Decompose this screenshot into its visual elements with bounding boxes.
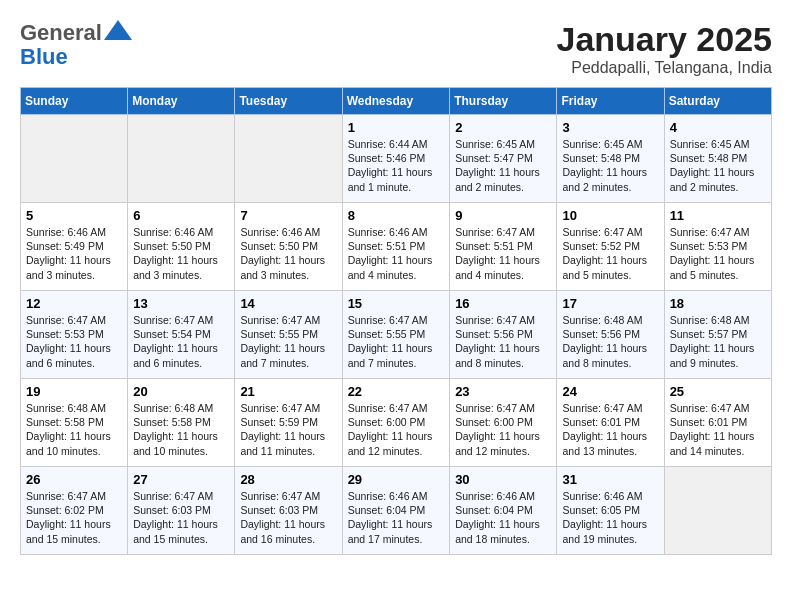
calendar-cell: 18Sunrise: 6:48 AM Sunset: 5:57 PM Dayli… [664, 291, 771, 379]
calendar-cell: 19Sunrise: 6:48 AM Sunset: 5:58 PM Dayli… [21, 379, 128, 467]
day-info: Sunrise: 6:48 AM Sunset: 5:57 PM Dayligh… [670, 313, 766, 370]
day-number: 13 [133, 296, 229, 311]
day-number: 4 [670, 120, 766, 135]
calendar-cell [235, 115, 342, 203]
calendar-week-4: 19Sunrise: 6:48 AM Sunset: 5:58 PM Dayli… [21, 379, 772, 467]
calendar-cell [664, 467, 771, 555]
calendar-cell: 16Sunrise: 6:47 AM Sunset: 5:56 PM Dayli… [450, 291, 557, 379]
calendar-cell: 20Sunrise: 6:48 AM Sunset: 5:58 PM Dayli… [128, 379, 235, 467]
logo: General Blue [20, 20, 132, 69]
day-number: 27 [133, 472, 229, 487]
day-number: 5 [26, 208, 122, 223]
calendar-cell: 15Sunrise: 6:47 AM Sunset: 5:55 PM Dayli… [342, 291, 450, 379]
calendar-week-5: 26Sunrise: 6:47 AM Sunset: 6:02 PM Dayli… [21, 467, 772, 555]
calendar-cell: 30Sunrise: 6:46 AM Sunset: 6:04 PM Dayli… [450, 467, 557, 555]
day-number: 9 [455, 208, 551, 223]
weekday-header-tuesday: Tuesday [235, 88, 342, 115]
day-number: 11 [670, 208, 766, 223]
day-number: 18 [670, 296, 766, 311]
day-info: Sunrise: 6:47 AM Sunset: 6:03 PM Dayligh… [240, 489, 336, 546]
day-info: Sunrise: 6:47 AM Sunset: 6:03 PM Dayligh… [133, 489, 229, 546]
day-number: 29 [348, 472, 445, 487]
day-info: Sunrise: 6:47 AM Sunset: 5:52 PM Dayligh… [562, 225, 658, 282]
calendar-cell: 9Sunrise: 6:47 AM Sunset: 5:51 PM Daylig… [450, 203, 557, 291]
weekday-header-friday: Friday [557, 88, 664, 115]
calendar-cell: 31Sunrise: 6:46 AM Sunset: 6:05 PM Dayli… [557, 467, 664, 555]
day-number: 24 [562, 384, 658, 399]
day-info: Sunrise: 6:48 AM Sunset: 5:56 PM Dayligh… [562, 313, 658, 370]
day-info: Sunrise: 6:47 AM Sunset: 6:02 PM Dayligh… [26, 489, 122, 546]
calendar-cell: 13Sunrise: 6:47 AM Sunset: 5:54 PM Dayli… [128, 291, 235, 379]
calendar-cell: 6Sunrise: 6:46 AM Sunset: 5:50 PM Daylig… [128, 203, 235, 291]
day-number: 23 [455, 384, 551, 399]
day-info: Sunrise: 6:47 AM Sunset: 6:01 PM Dayligh… [562, 401, 658, 458]
calendar-cell [21, 115, 128, 203]
calendar-cell: 21Sunrise: 6:47 AM Sunset: 5:59 PM Dayli… [235, 379, 342, 467]
calendar-cell: 28Sunrise: 6:47 AM Sunset: 6:03 PM Dayli… [235, 467, 342, 555]
day-info: Sunrise: 6:47 AM Sunset: 5:53 PM Dayligh… [26, 313, 122, 370]
weekday-header-thursday: Thursday [450, 88, 557, 115]
day-number: 20 [133, 384, 229, 399]
calendar-cell [128, 115, 235, 203]
day-info: Sunrise: 6:46 AM Sunset: 6:05 PM Dayligh… [562, 489, 658, 546]
day-info: Sunrise: 6:47 AM Sunset: 6:01 PM Dayligh… [670, 401, 766, 458]
calendar-cell: 26Sunrise: 6:47 AM Sunset: 6:02 PM Dayli… [21, 467, 128, 555]
day-number: 2 [455, 120, 551, 135]
calendar-cell: 12Sunrise: 6:47 AM Sunset: 5:53 PM Dayli… [21, 291, 128, 379]
day-info: Sunrise: 6:46 AM Sunset: 5:51 PM Dayligh… [348, 225, 445, 282]
day-info: Sunrise: 6:45 AM Sunset: 5:48 PM Dayligh… [562, 137, 658, 194]
day-number: 14 [240, 296, 336, 311]
calendar-cell: 1Sunrise: 6:44 AM Sunset: 5:46 PM Daylig… [342, 115, 450, 203]
calendar-week-3: 12Sunrise: 6:47 AM Sunset: 5:53 PM Dayli… [21, 291, 772, 379]
title-block: January 2025 Peddapalli, Telangana, Indi… [557, 20, 773, 77]
day-number: 6 [133, 208, 229, 223]
location-subtitle: Peddapalli, Telangana, India [557, 59, 773, 77]
day-info: Sunrise: 6:47 AM Sunset: 5:59 PM Dayligh… [240, 401, 336, 458]
calendar-week-2: 5Sunrise: 6:46 AM Sunset: 5:49 PM Daylig… [21, 203, 772, 291]
day-info: Sunrise: 6:47 AM Sunset: 5:51 PM Dayligh… [455, 225, 551, 282]
day-info: Sunrise: 6:47 AM Sunset: 5:53 PM Dayligh… [670, 225, 766, 282]
day-info: Sunrise: 6:46 AM Sunset: 5:50 PM Dayligh… [240, 225, 336, 282]
weekday-header-sunday: Sunday [21, 88, 128, 115]
day-info: Sunrise: 6:45 AM Sunset: 5:47 PM Dayligh… [455, 137, 551, 194]
day-info: Sunrise: 6:44 AM Sunset: 5:46 PM Dayligh… [348, 137, 445, 194]
calendar-cell: 4Sunrise: 6:45 AM Sunset: 5:48 PM Daylig… [664, 115, 771, 203]
day-info: Sunrise: 6:47 AM Sunset: 6:00 PM Dayligh… [348, 401, 445, 458]
day-number: 17 [562, 296, 658, 311]
day-info: Sunrise: 6:47 AM Sunset: 6:00 PM Dayligh… [455, 401, 551, 458]
day-info: Sunrise: 6:47 AM Sunset: 5:55 PM Dayligh… [348, 313, 445, 370]
day-number: 8 [348, 208, 445, 223]
day-info: Sunrise: 6:47 AM Sunset: 5:56 PM Dayligh… [455, 313, 551, 370]
page-header: General Blue January 2025 Peddapalli, Te… [20, 20, 772, 77]
svg-rect-1 [112, 30, 124, 40]
day-number: 25 [670, 384, 766, 399]
day-info: Sunrise: 6:46 AM Sunset: 5:49 PM Dayligh… [26, 225, 122, 282]
day-number: 16 [455, 296, 551, 311]
day-number: 12 [26, 296, 122, 311]
calendar-cell: 23Sunrise: 6:47 AM Sunset: 6:00 PM Dayli… [450, 379, 557, 467]
calendar-table: SundayMondayTuesdayWednesdayThursdayFrid… [20, 87, 772, 555]
calendar-cell: 8Sunrise: 6:46 AM Sunset: 5:51 PM Daylig… [342, 203, 450, 291]
calendar-cell: 7Sunrise: 6:46 AM Sunset: 5:50 PM Daylig… [235, 203, 342, 291]
calendar-cell: 24Sunrise: 6:47 AM Sunset: 6:01 PM Dayli… [557, 379, 664, 467]
calendar-cell: 5Sunrise: 6:46 AM Sunset: 5:49 PM Daylig… [21, 203, 128, 291]
month-title: January 2025 [557, 20, 773, 59]
logo-blue: Blue [20, 44, 68, 69]
calendar-cell: 25Sunrise: 6:47 AM Sunset: 6:01 PM Dayli… [664, 379, 771, 467]
calendar-cell: 2Sunrise: 6:45 AM Sunset: 5:47 PM Daylig… [450, 115, 557, 203]
day-info: Sunrise: 6:48 AM Sunset: 5:58 PM Dayligh… [133, 401, 229, 458]
weekday-header-row: SundayMondayTuesdayWednesdayThursdayFrid… [21, 88, 772, 115]
day-info: Sunrise: 6:46 AM Sunset: 6:04 PM Dayligh… [455, 489, 551, 546]
day-info: Sunrise: 6:46 AM Sunset: 5:50 PM Dayligh… [133, 225, 229, 282]
calendar-cell: 29Sunrise: 6:46 AM Sunset: 6:04 PM Dayli… [342, 467, 450, 555]
day-number: 10 [562, 208, 658, 223]
day-number: 22 [348, 384, 445, 399]
calendar-cell: 3Sunrise: 6:45 AM Sunset: 5:48 PM Daylig… [557, 115, 664, 203]
weekday-header-wednesday: Wednesday [342, 88, 450, 115]
calendar-cell: 17Sunrise: 6:48 AM Sunset: 5:56 PM Dayli… [557, 291, 664, 379]
day-info: Sunrise: 6:47 AM Sunset: 5:55 PM Dayligh… [240, 313, 336, 370]
calendar-cell: 11Sunrise: 6:47 AM Sunset: 5:53 PM Dayli… [664, 203, 771, 291]
day-number: 31 [562, 472, 658, 487]
day-number: 19 [26, 384, 122, 399]
day-number: 15 [348, 296, 445, 311]
